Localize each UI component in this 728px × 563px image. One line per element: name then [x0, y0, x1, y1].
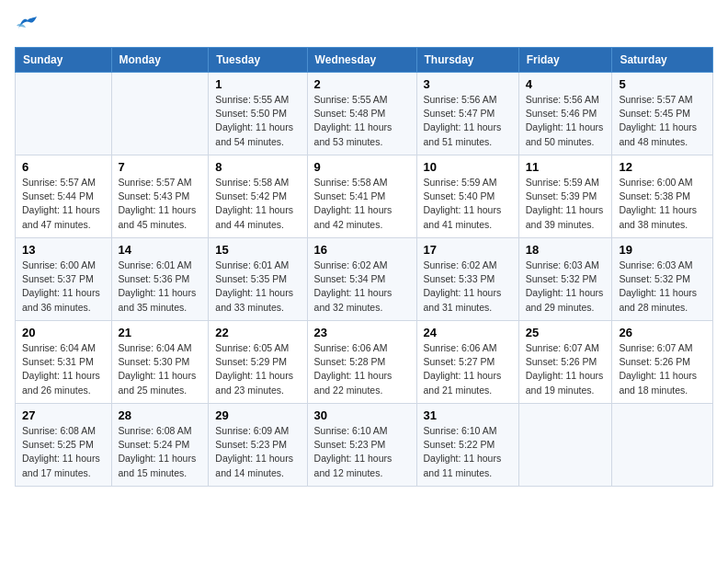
day-info: Sunrise: 6:01 AMSunset: 5:36 PMDaylight:… — [119, 259, 202, 315]
calendar-cell: 20Sunrise: 6:04 AMSunset: 5:31 PMDayligh… — [16, 321, 112, 404]
calendar-cell — [612, 404, 713, 487]
calendar-header-row: SundayMondayTuesdayWednesdayThursdayFrid… — [16, 48, 713, 73]
day-number: 28 — [119, 408, 202, 422]
calendar-cell: 5Sunrise: 5:57 AMSunset: 5:45 PMDaylight… — [612, 73, 713, 155]
day-info: Sunrise: 5:56 AMSunset: 5:46 PMDaylight:… — [526, 93, 606, 149]
page-header — [15, 15, 713, 36]
day-number: 15 — [215, 243, 300, 257]
day-info: Sunrise: 5:57 AMSunset: 5:45 PMDaylight:… — [619, 93, 706, 149]
day-number: 4 — [526, 77, 606, 91]
day-number: 3 — [424, 77, 512, 91]
day-number: 9 — [314, 160, 410, 174]
calendar-cell: 12Sunrise: 6:00 AMSunset: 5:38 PMDayligh… — [612, 155, 713, 238]
day-info: Sunrise: 6:08 AMSunset: 5:25 PMDaylight:… — [22, 424, 105, 480]
day-info: Sunrise: 5:56 AMSunset: 5:47 PMDaylight:… — [424, 93, 512, 149]
day-info: Sunrise: 6:00 AMSunset: 5:38 PMDaylight:… — [619, 176, 706, 232]
day-info: Sunrise: 6:10 AMSunset: 5:22 PMDaylight:… — [424, 424, 512, 480]
day-number: 23 — [314, 326, 410, 339]
calendar-cell: 14Sunrise: 6:01 AMSunset: 5:36 PMDayligh… — [111, 238, 209, 321]
header-tuesday: Tuesday — [209, 48, 307, 73]
day-number: 1 — [215, 77, 300, 91]
day-number: 10 — [424, 160, 512, 174]
day-info: Sunrise: 5:55 AMSunset: 5:48 PMDaylight:… — [314, 93, 410, 149]
logo-bird-icon — [17, 15, 37, 31]
day-info: Sunrise: 6:07 AMSunset: 5:26 PMDaylight:… — [619, 341, 706, 397]
day-number: 6 — [22, 160, 105, 174]
day-info: Sunrise: 6:04 AMSunset: 5:30 PMDaylight:… — [119, 341, 202, 397]
day-number: 8 — [215, 160, 300, 174]
calendar-cell: 1Sunrise: 5:55 AMSunset: 5:50 PMDaylight… — [209, 73, 307, 155]
day-info: Sunrise: 6:01 AMSunset: 5:35 PMDaylight:… — [215, 259, 300, 315]
day-info: Sunrise: 5:57 AMSunset: 5:43 PMDaylight:… — [119, 176, 202, 232]
day-number: 7 — [119, 160, 202, 174]
day-info: Sunrise: 6:05 AMSunset: 5:29 PMDaylight:… — [215, 341, 300, 397]
day-number: 2 — [314, 77, 410, 91]
day-info: Sunrise: 5:55 AMSunset: 5:50 PMDaylight:… — [215, 93, 300, 149]
day-number: 12 — [619, 160, 706, 174]
day-number: 25 — [526, 326, 606, 339]
calendar-cell: 8Sunrise: 5:58 AMSunset: 5:42 PMDaylight… — [209, 155, 307, 238]
day-info: Sunrise: 6:02 AMSunset: 5:34 PMDaylight:… — [314, 259, 410, 315]
header-wednesday: Wednesday — [307, 48, 416, 73]
calendar-cell: 11Sunrise: 5:59 AMSunset: 5:39 PMDayligh… — [518, 155, 612, 238]
header-thursday: Thursday — [416, 48, 518, 73]
day-number: 16 — [314, 243, 410, 257]
calendar-cell: 6Sunrise: 5:57 AMSunset: 5:44 PMDaylight… — [16, 155, 112, 238]
calendar-cell: 16Sunrise: 6:02 AMSunset: 5:34 PMDayligh… — [307, 238, 416, 321]
day-number: 5 — [619, 77, 706, 91]
day-info: Sunrise: 6:02 AMSunset: 5:33 PMDaylight:… — [424, 259, 512, 315]
calendar-cell: 7Sunrise: 5:57 AMSunset: 5:43 PMDaylight… — [111, 155, 209, 238]
day-number: 24 — [424, 326, 512, 339]
day-info: Sunrise: 6:09 AMSunset: 5:23 PMDaylight:… — [215, 424, 300, 480]
day-info: Sunrise: 5:58 AMSunset: 5:42 PMDaylight:… — [215, 176, 300, 232]
day-info: Sunrise: 6:07 AMSunset: 5:26 PMDaylight:… — [526, 341, 606, 397]
calendar-cell: 9Sunrise: 5:58 AMSunset: 5:41 PMDaylight… — [307, 155, 416, 238]
calendar-cell: 27Sunrise: 6:08 AMSunset: 5:25 PMDayligh… — [16, 404, 112, 487]
day-info: Sunrise: 6:08 AMSunset: 5:24 PMDaylight:… — [119, 424, 202, 480]
calendar-cell: 15Sunrise: 6:01 AMSunset: 5:35 PMDayligh… — [209, 238, 307, 321]
calendar-cell: 30Sunrise: 6:10 AMSunset: 5:23 PMDayligh… — [307, 404, 416, 487]
day-number: 21 — [119, 326, 202, 339]
header-friday: Friday — [518, 48, 612, 73]
day-number: 20 — [22, 326, 105, 339]
calendar-cell: 28Sunrise: 6:08 AMSunset: 5:24 PMDayligh… — [111, 404, 209, 487]
calendar-cell: 29Sunrise: 6:09 AMSunset: 5:23 PMDayligh… — [209, 404, 307, 487]
calendar-week-row: 20Sunrise: 6:04 AMSunset: 5:31 PMDayligh… — [16, 321, 713, 404]
day-number: 31 — [424, 408, 512, 422]
day-info: Sunrise: 6:03 AMSunset: 5:32 PMDaylight:… — [619, 259, 706, 315]
day-info: Sunrise: 5:59 AMSunset: 5:40 PMDaylight:… — [424, 176, 512, 232]
calendar-cell — [16, 73, 112, 155]
calendar-cell: 10Sunrise: 5:59 AMSunset: 5:40 PMDayligh… — [416, 155, 518, 238]
day-number: 29 — [215, 408, 300, 422]
day-info: Sunrise: 6:04 AMSunset: 5:31 PMDaylight:… — [22, 341, 105, 397]
header-monday: Monday — [111, 48, 209, 73]
calendar-cell: 18Sunrise: 6:03 AMSunset: 5:32 PMDayligh… — [518, 238, 612, 321]
calendar-table: SundayMondayTuesdayWednesdayThursdayFrid… — [15, 47, 713, 487]
logo — [15, 15, 37, 36]
calendar-week-row: 27Sunrise: 6:08 AMSunset: 5:25 PMDayligh… — [16, 404, 713, 487]
calendar-cell: 13Sunrise: 6:00 AMSunset: 5:37 PMDayligh… — [16, 238, 112, 321]
calendar-cell: 31Sunrise: 6:10 AMSunset: 5:22 PMDayligh… — [416, 404, 518, 487]
day-number: 13 — [22, 243, 105, 257]
header-saturday: Saturday — [612, 48, 713, 73]
day-info: Sunrise: 6:03 AMSunset: 5:32 PMDaylight:… — [526, 259, 606, 315]
calendar-cell — [111, 73, 209, 155]
day-info: Sunrise: 5:59 AMSunset: 5:39 PMDaylight:… — [526, 176, 606, 232]
calendar-cell: 26Sunrise: 6:07 AMSunset: 5:26 PMDayligh… — [612, 321, 713, 404]
day-info: Sunrise: 6:06 AMSunset: 5:27 PMDaylight:… — [424, 341, 512, 397]
day-number: 19 — [619, 243, 706, 257]
calendar-cell: 25Sunrise: 6:07 AMSunset: 5:26 PMDayligh… — [518, 321, 612, 404]
day-number: 11 — [526, 160, 606, 174]
day-number: 22 — [215, 326, 300, 339]
day-number: 14 — [119, 243, 202, 257]
day-number: 26 — [619, 326, 706, 339]
header-sunday: Sunday — [16, 48, 112, 73]
calendar-week-row: 1Sunrise: 5:55 AMSunset: 5:50 PMDaylight… — [16, 73, 713, 155]
day-number: 18 — [526, 243, 606, 257]
calendar-cell: 17Sunrise: 6:02 AMSunset: 5:33 PMDayligh… — [416, 238, 518, 321]
calendar-cell: 19Sunrise: 6:03 AMSunset: 5:32 PMDayligh… — [612, 238, 713, 321]
day-info: Sunrise: 5:57 AMSunset: 5:44 PMDaylight:… — [22, 176, 105, 232]
day-info: Sunrise: 5:58 AMSunset: 5:41 PMDaylight:… — [314, 176, 410, 232]
day-number: 30 — [314, 408, 410, 422]
calendar-cell: 2Sunrise: 5:55 AMSunset: 5:48 PMDaylight… — [307, 73, 416, 155]
